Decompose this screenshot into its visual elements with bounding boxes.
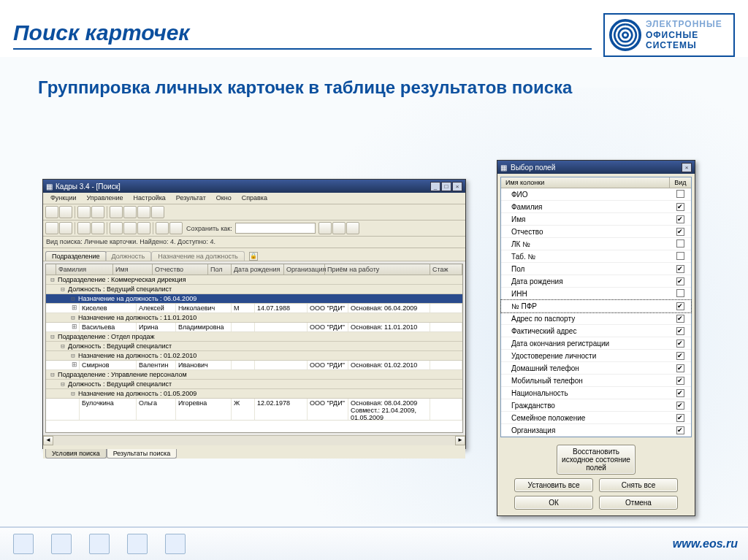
field-row[interactable]: Фамилия✔: [501, 201, 691, 213]
field-checkbox[interactable]: ✔: [676, 228, 684, 236]
field-row[interactable]: Отчество✔: [501, 226, 691, 238]
field-checkbox[interactable]: ✔: [676, 414, 684, 422]
field-row[interactable]: Дата окончания регистрации✔: [501, 337, 691, 350]
field-checkbox[interactable]: ✔: [676, 265, 684, 273]
field-checkbox[interactable]: ✔: [676, 426, 684, 434]
scroll-right-icon[interactable]: ►: [455, 436, 465, 445]
field-checkbox[interactable]: ✔: [676, 203, 684, 211]
field-row[interactable]: ЛК №: [501, 238, 691, 250]
tb-search-icon[interactable]: [156, 222, 169, 234]
dialog-titlebar[interactable]: ▦ Выбор полей ×: [497, 161, 695, 174]
header-view[interactable]: Вид: [669, 177, 691, 188]
field-list[interactable]: Имя колонки Вид ФИОФамилия✔Имя✔Отчество✔…: [500, 177, 692, 437]
header-name[interactable]: Имя колонки: [501, 177, 669, 188]
col-expand[interactable]: [46, 264, 56, 275]
menu-management[interactable]: Управление: [82, 193, 127, 203]
lock-icon[interactable]: 🔒: [249, 252, 258, 261]
field-row[interactable]: Пол✔: [501, 263, 691, 275]
group-row[interactable]: ⊟Назначение на должность : 01.05.2009: [46, 389, 462, 399]
group-row[interactable]: ⊟Должность : Ведущий специалист: [46, 285, 462, 294]
field-checkbox[interactable]: ✔: [676, 277, 684, 285]
col-dob[interactable]: Дата рождения: [232, 264, 284, 275]
col-st[interactable]: Стаж: [430, 264, 462, 275]
tb-cut-icon[interactable]: [45, 222, 58, 234]
cancel-button[interactable]: Отмена: [599, 496, 678, 510]
group-row[interactable]: ⊟Должность : Ведущий специалист: [46, 342, 462, 351]
group-row[interactable]: ⊟Должность : Ведущий специалист: [46, 380, 462, 389]
field-checkbox[interactable]: ✔: [676, 327, 684, 335]
tb-panel-icon[interactable]: [137, 206, 150, 218]
field-row[interactable]: Организация✔: [501, 424, 691, 437]
field-row[interactable]: № ПФР✔: [501, 300, 691, 312]
tb-param-icon[interactable]: [169, 222, 183, 234]
field-checkbox[interactable]: ✔: [676, 215, 684, 223]
field-row[interactable]: Домашний телефон✔: [501, 362, 691, 375]
app-titlebar[interactable]: ▦ Кадры 3.4 - [Поиск] _ □ ×: [43, 180, 465, 193]
results-grid[interactable]: Фамилия Имя Отчество Пол Дата рождения О…: [45, 264, 463, 433]
restore-defaults-button[interactable]: Восстановить исходное состояние полей: [557, 445, 636, 475]
field-row[interactable]: Мобильный телефон✔: [501, 375, 691, 387]
tab-naznachenie[interactable]: Назначение на должность: [151, 251, 245, 261]
col-ot[interactable]: Отчество: [153, 264, 208, 275]
tb-ind3-icon[interactable]: [137, 222, 150, 234]
col-fam[interactable]: Фамилия: [56, 264, 113, 275]
field-row[interactable]: ФИО: [501, 188, 691, 201]
col-hire[interactable]: Приём на работу: [325, 264, 430, 275]
menu-window[interactable]: Окно: [212, 193, 236, 203]
tb-ind-icon[interactable]: [110, 222, 123, 234]
tab-results[interactable]: Результаты поиска: [107, 449, 177, 459]
field-row[interactable]: Национальность✔: [501, 387, 691, 399]
tb-layout-icon[interactable]: [123, 206, 137, 218]
set-all-button[interactable]: Установить все: [514, 478, 593, 492]
data-row[interactable]: ⊞ СмирновВалентин Иванович ООО "РДИ" Осн…: [46, 361, 462, 370]
field-checkbox[interactable]: ✔: [676, 377, 684, 385]
clear-all-button[interactable]: Снять все: [599, 478, 678, 492]
tb-print-icon[interactable]: [77, 206, 91, 218]
field-checkbox[interactable]: [676, 239, 684, 248]
menu-settings[interactable]: Настройка: [129, 193, 170, 203]
group-row-selected[interactable]: ⊟Назначение на должность : 06.04.2009: [46, 294, 462, 304]
group-row[interactable]: ⊟Назначение на должность : 01.02.2010: [46, 351, 462, 361]
field-row[interactable]: Имя✔: [501, 213, 691, 226]
field-row[interactable]: Адрес по паспорту✔: [501, 312, 691, 325]
field-row[interactable]: Фактический адрес✔: [501, 325, 691, 337]
ok-button[interactable]: ОК: [514, 496, 593, 510]
tb-copy-icon[interactable]: [59, 222, 72, 234]
tab-dolzhnost[interactable]: Должность: [105, 251, 152, 261]
group-row[interactable]: ⊟Назначение на должность : 11.01.2010: [46, 313, 462, 323]
horizontal-scrollbar[interactable]: ◄ ►: [43, 435, 465, 445]
field-row[interactable]: Гражданство✔: [501, 399, 691, 412]
col-org[interactable]: Организация: [284, 264, 325, 275]
field-row[interactable]: Таб. №: [501, 250, 691, 263]
minimize-button[interactable]: _: [430, 182, 440, 191]
col-pol[interactable]: Пол: [208, 264, 232, 275]
field-row[interactable]: Семейное положение✔: [501, 412, 691, 424]
field-checkbox[interactable]: ✔: [676, 340, 684, 348]
tb-ind2-icon[interactable]: [123, 222, 137, 234]
tb-new-icon[interactable]: [45, 206, 58, 218]
scroll-track[interactable]: [53, 436, 455, 445]
save-as-input[interactable]: [235, 223, 316, 234]
maximize-button[interactable]: □: [441, 182, 451, 191]
tab-podrazdelenie[interactable]: Подразделение: [45, 251, 107, 261]
data-row[interactable]: БулочкинаОльга ИгоревнаЖ 12.02.1978ООО "…: [46, 399, 462, 421]
field-checkbox[interactable]: ✔: [676, 364, 684, 372]
close-button[interactable]: ×: [452, 182, 462, 191]
tb-save-icon[interactable]: [318, 222, 332, 234]
tb-preview-icon[interactable]: [91, 206, 104, 218]
tab-conditions[interactable]: Условия поиска: [45, 449, 107, 459]
scroll-left-icon[interactable]: ◄: [43, 436, 53, 445]
field-checkbox[interactable]: ✔: [676, 402, 684, 410]
menu-result[interactable]: Результат: [172, 193, 210, 203]
tb-exp1-icon[interactable]: [332, 222, 346, 234]
tb-refresh-icon[interactable]: [110, 206, 123, 218]
field-checkbox[interactable]: ✔: [676, 389, 684, 397]
field-checkbox[interactable]: ✔: [676, 315, 684, 323]
field-row[interactable]: Дата рождения✔: [501, 275, 691, 288]
data-row[interactable]: ⊞ КиселевАлексей НиколаевичМ 14.07.1988О…: [46, 304, 462, 313]
field-checkbox[interactable]: [676, 190, 684, 198]
tb-del-icon[interactable]: [91, 222, 104, 234]
field-checkbox[interactable]: [676, 289, 684, 297]
menu-help[interactable]: Справка: [237, 193, 272, 203]
menu-functions[interactable]: Функции: [46, 193, 80, 203]
